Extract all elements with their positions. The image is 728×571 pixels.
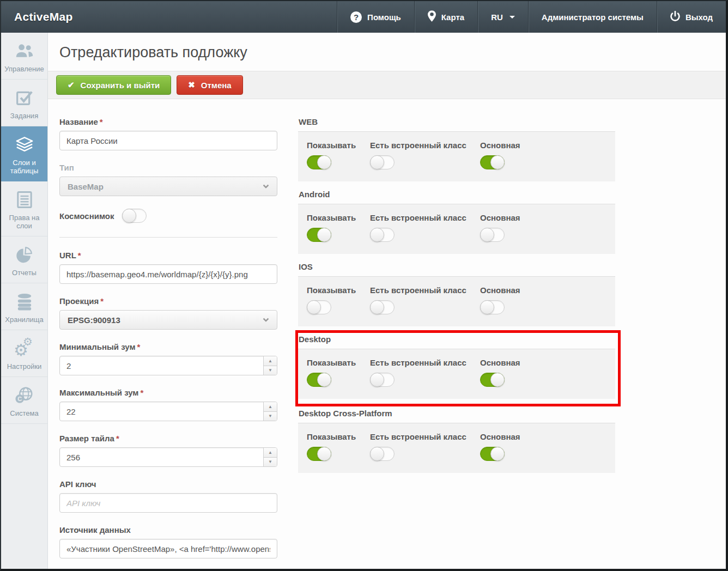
primary-toggle-label: Основная [480,358,520,367]
toggle-knob [370,300,384,314]
primary-toggle[interactable] [480,228,505,242]
tile-size-input[interactable] [59,447,277,467]
data-source-label: Источник данных [59,525,277,534]
map-pin-icon [428,10,436,23]
show-toggle-label: Показывать [307,432,370,441]
platform-panel: Показывать Есть встроенный класс Основна… [298,131,615,181]
builtin-class-toggle-label: Есть встроенный класс [370,213,480,222]
sidebar-item[interactable]: Права на слои [1,181,47,236]
builtin-class-toggle[interactable] [370,447,395,461]
type-select: BaseMap [59,177,277,196]
max-zoom-input[interactable] [59,402,277,421]
required-marker: * [78,251,81,260]
platform-section: Desktop Показывать Есть встроенный класс [295,330,621,406]
url-input[interactable] [59,264,277,284]
min-zoom-stepper: ▲ ▼ [263,356,277,375]
primary-toggle-label: Основная [480,141,520,150]
toggle-knob [370,228,384,242]
required-marker: * [137,342,141,351]
sidebar-item[interactable]: Слои и таблицы [1,126,47,181]
nav-help[interactable]: ? Помощь [337,1,414,33]
platform-panel: Показывать Есть встроенный класс Основна… [298,423,615,473]
required-marker: * [116,434,119,443]
sidebar-item[interactable]: Хранилища [1,283,47,330]
show-toggle[interactable] [307,155,331,169]
top-header: ActiveMap ? Помощь Карта RU Администрато… [1,1,726,33]
show-toggle-label: Показывать [307,358,370,367]
nav-map[interactable]: Карта [414,1,477,33]
stepper-down-icon[interactable]: ▼ [264,366,277,375]
projection-select[interactable]: EPSG:900913 [59,310,277,330]
api-key-input[interactable] [59,493,277,513]
primary-toggle-label: Основная [480,213,520,222]
page-title: Отредактировать подложку [59,44,713,61]
app-window: ActiveMap ? Помощь Карта RU Администрато… [0,0,728,571]
toggle-knob [317,447,331,461]
satellite-field-group: Космоснимок [59,209,277,223]
sidebar-item[interactable]: Отчеты [1,236,47,283]
type-select-value: BaseMap [68,182,104,191]
primary-toggle[interactable] [480,373,505,387]
satellite-toggle[interactable] [122,209,147,223]
name-field-group: Название* [59,117,277,150]
language-selector[interactable]: RU [477,1,528,33]
sidebar-item-label: Система [10,409,38,417]
tile-size-field-group: Размер тайла* ▲ ▼ [59,434,277,467]
save-button[interactable]: ✔ Сохранить и выйти [56,75,171,95]
svg-text:C: C [17,396,22,402]
data-source-input[interactable] [59,539,277,558]
url-label: URL [59,251,76,260]
app-logo: ActiveMap [1,1,86,33]
chevron-down-icon [263,183,269,189]
platform-section-title: IOS [298,262,615,271]
required-marker: * [140,388,143,397]
primary-toggle[interactable] [480,447,505,461]
reports-icon [3,244,46,265]
x-icon: ✖ [188,80,195,90]
sidebar-item[interactable]: C Система [1,377,47,424]
toggle-knob [317,155,331,169]
nav-user-label: Администратор системы [542,13,644,22]
toggle-knob [307,300,321,314]
show-toggle[interactable] [307,300,331,314]
primary-toggle[interactable] [480,155,505,169]
system-icon: C [3,384,46,406]
stepper-up-icon[interactable]: ▲ [264,402,277,412]
primary-toggle[interactable] [480,300,505,314]
help-icon: ? [350,11,362,23]
builtin-class-toggle[interactable] [370,300,395,314]
primary-toggle-label: Основная [480,286,520,295]
toggle-knob [317,228,331,242]
sidebar-item[interactable]: Задания [1,80,47,126]
stepper-up-icon[interactable]: ▲ [264,448,277,458]
main-area: Отредактировать подложку ✔ Сохранить и в… [48,33,726,569]
min-zoom-input[interactable] [59,356,277,375]
show-toggle[interactable] [307,373,331,387]
tile-size-label: Размер тайла [59,434,114,443]
sidebar-item-label: Настройки [7,362,42,370]
max-zoom-field-group: Максимальный зум* ▲ ▼ [59,388,277,421]
check-icon: ✔ [68,80,75,90]
show-toggle[interactable] [307,447,331,461]
nav-user[interactable]: Администратор системы [528,1,657,33]
form-content: Название* Тип BaseMap Космоснимок [48,99,726,569]
builtin-class-toggle[interactable] [370,228,395,242]
stepper-down-icon[interactable]: ▼ [264,458,277,467]
nav-logout[interactable]: Выход [657,1,726,33]
cancel-button[interactable]: ✖ Отмена [177,75,242,95]
platform-column: WEB Показывать Есть встроенный класс [298,117,615,481]
sidebar-item-label: Хранилища [5,315,43,324]
builtin-class-toggle[interactable] [370,373,395,387]
stepper-up-icon[interactable]: ▲ [264,356,277,366]
show-toggle[interactable] [307,228,331,242]
name-input[interactable] [59,131,277,150]
api-key-label: API ключ [59,479,277,489]
sidebar-item[interactable]: Управление [1,33,47,80]
max-zoom-label: Максимальный зум [59,388,138,397]
nav-logout-label: Выход [685,13,713,22]
stepper-down-icon[interactable]: ▼ [264,412,277,421]
toggle-knob [490,373,505,387]
builtin-class-toggle[interactable] [370,155,395,169]
type-label: Тип [59,163,277,172]
sidebar-item[interactable]: ⚙⚙ Настройки [1,330,47,377]
